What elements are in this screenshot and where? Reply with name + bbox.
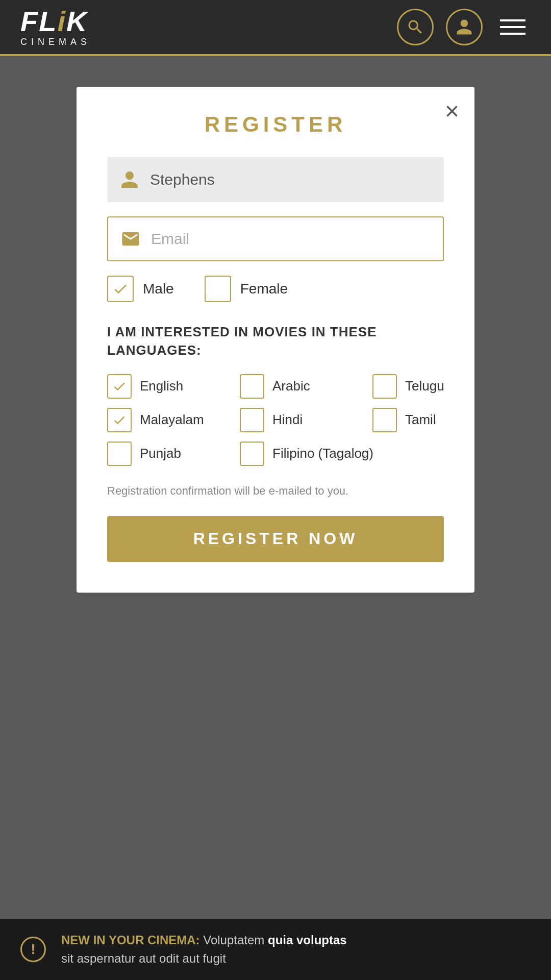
english-label: English (140, 378, 183, 394)
male-check-icon (112, 281, 129, 297)
hamburger-line-2 (500, 26, 525, 28)
lang-tamil[interactable]: Tamil (372, 408, 485, 432)
male-checkbox-item[interactable]: Male (107, 276, 174, 302)
female-label: Female (240, 281, 288, 297)
male-label: Male (143, 281, 174, 297)
user-field-icon (119, 169, 140, 190)
female-checkbox[interactable] (205, 276, 231, 302)
exclamation-icon: ! (20, 937, 46, 962)
malayalam-check-icon (112, 413, 127, 427)
search-icon (406, 18, 424, 36)
filipino-checkbox[interactable] (240, 442, 264, 466)
tamil-label: Tamil (405, 412, 436, 428)
lang-english[interactable]: English (107, 374, 219, 399)
languages-section-title: I AM INTERESTED IN MOVIES IN THESE LANGU… (107, 323, 444, 360)
email-icon (120, 229, 141, 249)
telugu-checkbox[interactable] (372, 374, 397, 399)
footer-text-bold: quia voluptas (268, 933, 347, 947)
footer-banner: ! NEW IN YOUR CINEMA: Voluptatem quia vo… (0, 919, 551, 980)
lang-arabic[interactable]: Arabic (240, 374, 352, 399)
lang-malayalam[interactable]: Malayalam (107, 408, 219, 432)
malayalam-checkbox[interactable] (107, 408, 132, 432)
modal-title: REGISTER (107, 112, 444, 137)
lang-row-1: English Arabic Telugu (107, 374, 444, 399)
footer-text: NEW IN YOUR CINEMA: Voluptatem quia volu… (61, 931, 347, 968)
hindi-label: Hindi (272, 412, 303, 428)
hindi-checkbox[interactable] (240, 408, 264, 432)
telugu-label: Telugu (405, 378, 444, 394)
header-icons (397, 9, 531, 45)
close-button[interactable]: × (445, 99, 459, 124)
gender-row: Male Female (107, 276, 444, 302)
male-checkbox[interactable] (107, 276, 134, 302)
hamburger-line-1 (500, 19, 525, 21)
lang-row-2: Malayalam Hindi Tamil (107, 408, 444, 432)
footer-text-2: sit aspernatur aut odit aut fugit (61, 951, 226, 965)
malayalam-label: Malayalam (140, 412, 204, 428)
header: FLiK CINEMAS (0, 0, 551, 56)
languages-grid: English Arabic Telugu (107, 374, 444, 466)
name-value: Stephens (150, 171, 432, 188)
email-field-container (107, 216, 444, 261)
footer-text-1: Voluptatem (203, 933, 268, 947)
logo-flik: FLiK (20, 7, 88, 36)
arabic-label: Arabic (272, 378, 310, 394)
name-field: Stephens (107, 157, 444, 202)
lang-punjab[interactable]: Punjab (107, 442, 219, 466)
lang-hindi[interactable]: Hindi (240, 408, 352, 432)
lang-filipino[interactable]: Filipino (Tagalog) (240, 442, 373, 466)
register-modal: × REGISTER Stephens Male (77, 87, 474, 593)
profile-button[interactable] (446, 9, 483, 45)
lang-row-3: Punjab Filipino (Tagalog) (107, 442, 444, 466)
filipino-label: Filipino (Tagalog) (272, 446, 373, 461)
search-button[interactable] (397, 9, 434, 45)
punjab-checkbox[interactable] (107, 442, 132, 466)
exclamation-mark: ! (31, 941, 35, 958)
hamburger-line-3 (500, 33, 525, 35)
female-checkbox-item[interactable]: Female (205, 276, 288, 302)
menu-button[interactable] (495, 14, 531, 40)
logo: FLiK CINEMAS (20, 7, 91, 47)
footer-highlight: NEW IN YOUR CINEMA: (61, 933, 200, 947)
main-content: × REGISTER Stephens Male (0, 56, 551, 919)
arabic-checkbox[interactable] (240, 374, 264, 399)
tamil-checkbox[interactable] (372, 408, 397, 432)
user-icon (455, 18, 473, 36)
logo-cinemas: CINEMAS (20, 37, 91, 47)
english-check-icon (112, 379, 127, 394)
english-checkbox[interactable] (107, 374, 132, 399)
register-now-button[interactable]: REGISTER NOW (107, 516, 444, 562)
confirmation-text: Registration confirmation will be e-mail… (107, 484, 444, 498)
punjab-label: Punjab (140, 446, 181, 461)
lang-telugu[interactable]: Telugu (372, 374, 485, 399)
email-input[interactable] (151, 230, 431, 248)
